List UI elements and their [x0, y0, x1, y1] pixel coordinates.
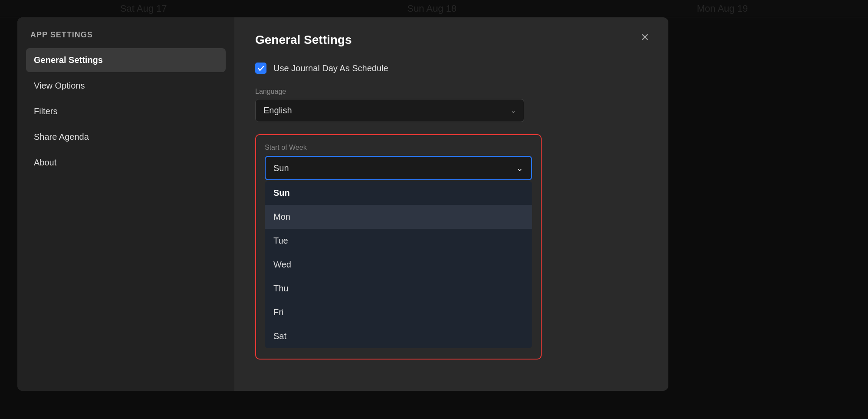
journal-day-checkbox[interactable] — [255, 63, 266, 74]
language-select[interactable]: English ⌄ — [255, 99, 524, 122]
settings-sidebar: APP SETTINGS General Settings View Optio… — [17, 17, 234, 391]
dropdown-option-sun[interactable]: Sun — [265, 181, 532, 205]
close-button[interactable]: ✕ — [637, 30, 653, 45]
sidebar-title: APP SETTINGS — [26, 30, 226, 40]
start-of-week-section: Start of Week Sun ⌄ Sun Mon Tue Wed Thu … — [255, 134, 542, 360]
dropdown-option-fri[interactable]: Fri — [265, 300, 532, 324]
journal-day-label: Use Journal Day As Schedule — [273, 63, 388, 73]
sidebar-item-view-options[interactable]: View Options — [26, 74, 226, 98]
dropdown-option-sat[interactable]: Sat — [265, 324, 532, 348]
language-value: English — [263, 106, 292, 115]
sidebar-item-about[interactable]: About — [26, 151, 226, 175]
start-of-week-dropdown: Sun Mon Tue Wed Thu Fri Sat — [265, 181, 532, 348]
start-of-week-chevron-icon: ⌄ — [516, 163, 523, 173]
dropdown-option-wed[interactable]: Wed — [265, 253, 532, 277]
start-of-week-value: Sun — [273, 163, 289, 173]
start-of-week-select[interactable]: Sun ⌄ — [265, 156, 532, 180]
language-chevron-icon: ⌄ — [510, 106, 516, 115]
dropdown-option-thu[interactable]: Thu — [265, 277, 532, 300]
sidebar-item-filters[interactable]: Filters — [26, 99, 226, 123]
dropdown-option-tue[interactable]: Tue — [265, 229, 532, 253]
sidebar-item-general-settings[interactable]: General Settings — [26, 48, 226, 72]
language-label: Language — [255, 88, 648, 96]
settings-modal: APP SETTINGS General Settings View Optio… — [17, 17, 668, 391]
start-of-week-label: Start of Week — [265, 144, 532, 152]
dropdown-option-mon[interactable]: Mon — [265, 205, 532, 229]
journal-day-checkbox-row: Use Journal Day As Schedule — [255, 63, 648, 74]
modal-title: General Settings — [255, 33, 648, 47]
settings-main: General Settings ✕ Use Journal Day As Sc… — [234, 17, 668, 391]
sidebar-item-share-agenda[interactable]: Share Agenda — [26, 125, 226, 149]
